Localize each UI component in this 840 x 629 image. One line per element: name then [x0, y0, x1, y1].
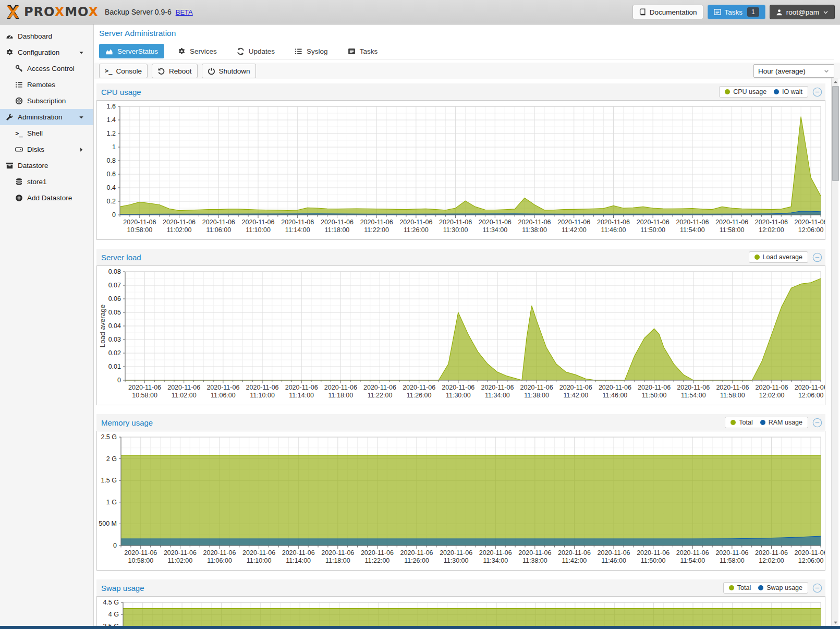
documentation-button[interactable]: Documentation	[632, 5, 703, 19]
sidebar-item-dashboard[interactable]: Dashboard	[0, 28, 93, 44]
legend-item-load-average[interactable]: Load average	[754, 253, 802, 261]
bottom-edge-strip	[0, 626, 840, 629]
legend-item-io-wait[interactable]: IO wait	[774, 88, 802, 95]
svg-text:11:26:00: 11:26:00	[404, 557, 429, 564]
svg-text:2020-11-06: 2020-11-06	[167, 384, 200, 391]
sidebar-item-configuration[interactable]: Configuration	[0, 44, 93, 61]
sidebar-item-shell[interactable]: >_Shell	[0, 125, 93, 141]
sidebar-item-label: Add Datastore	[27, 194, 72, 202]
legend-dot	[729, 585, 734, 590]
legend-item-total[interactable]: Total	[729, 584, 751, 591]
sidebar-item-label: Disks	[27, 146, 44, 153]
svg-text:11:14:00: 11:14:00	[285, 226, 310, 234]
sidebar-item-label: Configuration	[18, 49, 59, 56]
sidebar-item-administration[interactable]: Administration	[0, 109, 93, 125]
tab-tasks[interactable]: Tasks	[342, 44, 384, 58]
svg-text:500 M: 500 M	[99, 520, 117, 527]
tab-syslog[interactable]: Syslog	[288, 44, 334, 58]
legend-label: IO wait	[782, 88, 802, 95]
user-menu-button[interactable]: root@pam	[770, 5, 835, 19]
sidebar-item-add-datastore[interactable]: Add Datastore	[0, 190, 93, 206]
svg-text:11:22:00: 11:22:00	[368, 392, 393, 399]
sidebar-item-datastore[interactable]: Datastore	[0, 158, 93, 174]
legend-label: Load average	[763, 253, 802, 261]
svg-text:11:50:00: 11:50:00	[642, 392, 667, 399]
sidebar-item-label: Subscription	[27, 97, 66, 105]
svg-text:11:46:00: 11:46:00	[603, 392, 628, 399]
svg-text:2020-11-06: 2020-11-06	[676, 219, 709, 226]
svg-text:0.4: 0.4	[107, 184, 116, 191]
user-icon	[776, 9, 783, 16]
charts-region: CPU usageCPU usageIO wait00.20.40.60.811…	[96, 78, 825, 626]
timeframe-select[interactable]: Hour (average)	[753, 64, 834, 78]
svg-text:2020-11-06: 2020-11-06	[124, 549, 157, 557]
legend-item-total[interactable]: Total	[731, 419, 752, 426]
panel-header: Memory usageTotalRAM usage	[96, 414, 825, 431]
sidebar-item-disks[interactable]: Disks	[0, 141, 93, 158]
svg-text:1.6: 1.6	[107, 103, 116, 110]
svg-text:12:06:00: 12:06:00	[798, 226, 824, 234]
svg-text:2020-11-06: 2020-11-06	[363, 384, 396, 391]
beta-link[interactable]: BETA	[176, 8, 193, 16]
svg-text:2020-11-06: 2020-11-06	[206, 384, 239, 391]
book-icon	[639, 8, 646, 16]
svg-text:11:22:00: 11:22:00	[365, 557, 390, 564]
caret-down-icon[interactable]	[77, 114, 86, 120]
scrollbar-thumb[interactable]	[832, 86, 839, 181]
tab-updates[interactable]: Updates	[230, 44, 281, 58]
svg-text:11:02:00: 11:02:00	[168, 557, 193, 564]
svg-text:11:58:00: 11:58:00	[720, 226, 745, 234]
collapse-panel-button[interactable]	[812, 583, 822, 593]
sidebar-item-access-control[interactable]: Access Control	[0, 61, 93, 77]
svg-text:2020-11-06: 2020-11-06	[795, 219, 825, 226]
shutdown-button[interactable]: Shutdown	[202, 64, 256, 78]
svg-text:11:46:00: 11:46:00	[601, 557, 626, 564]
sidebar-item-subscription[interactable]: Subscription	[0, 93, 93, 109]
collapse-panel-button[interactable]	[812, 418, 822, 428]
sidebar-item-remotes[interactable]: Remotes	[0, 77, 93, 93]
svg-text:0.07: 0.07	[108, 282, 121, 289]
legend-item-swap-usage[interactable]: Swap usage	[758, 584, 802, 591]
caret-down-icon[interactable]	[77, 50, 86, 56]
chart-legend: Load average	[749, 251, 808, 263]
svg-text:11:26:00: 11:26:00	[404, 226, 429, 234]
svg-text:11:50:00: 11:50:00	[640, 226, 665, 234]
database-icon	[15, 178, 23, 186]
legend-item-cpu-usage[interactable]: CPU usage	[725, 88, 766, 95]
svg-text:1.2: 1.2	[107, 130, 116, 137]
collapse-panel-button[interactable]	[812, 252, 822, 262]
svg-text:2020-11-06: 2020-11-06	[321, 219, 354, 226]
user-label: root@pam	[786, 8, 819, 16]
scroll-down-arrow[interactable]	[832, 619, 839, 626]
svg-text:2020-11-06: 2020-11-06	[439, 219, 472, 226]
reboot-button[interactable]: Reboot	[152, 64, 198, 78]
vertical-scrollbar[interactable]	[831, 78, 838, 626]
button-label: Shutdown	[219, 67, 250, 75]
documentation-label: Documentation	[650, 8, 697, 16]
hdd-icon	[15, 146, 23, 153]
svg-text:11:10:00: 11:10:00	[247, 557, 272, 564]
collapse-panel-button[interactable]	[812, 87, 822, 97]
key-icon	[15, 65, 23, 72]
svg-text:10:58:00: 10:58:00	[128, 557, 153, 564]
svg-text:2020-11-06: 2020-11-06	[756, 384, 788, 391]
tab-services[interactable]: Services	[172, 44, 223, 58]
caret-right-icon[interactable]	[77, 147, 86, 153]
tasks-label: Tasks	[725, 8, 743, 16]
svg-text:10:58:00: 10:58:00	[127, 226, 153, 234]
legend-item-ram-usage[interactable]: RAM usage	[760, 419, 802, 426]
scroll-up-arrow[interactable]	[832, 78, 839, 86]
product-name: Backup Server 0.9-6	[105, 8, 172, 16]
tasks-button[interactable]: Tasks 1	[708, 5, 765, 19]
svg-text:1.4: 1.4	[107, 116, 116, 124]
plus-circle-icon	[15, 194, 23, 202]
sidebar-item-store1[interactable]: store1	[0, 174, 93, 190]
console-button[interactable]: >_Console	[99, 64, 148, 78]
chart-legend: TotalRAM usage	[725, 417, 808, 428]
svg-text:11:06:00: 11:06:00	[207, 557, 232, 564]
tab-serverstatus[interactable]: ServerStatus	[99, 44, 164, 58]
main-content: Server Administration ServerStatusServic…	[94, 25, 840, 626]
svg-text:12:06:00: 12:06:00	[798, 557, 824, 564]
svg-text:11:30:00: 11:30:00	[446, 392, 471, 399]
svg-text:2020-11-06: 2020-11-06	[242, 549, 275, 557]
